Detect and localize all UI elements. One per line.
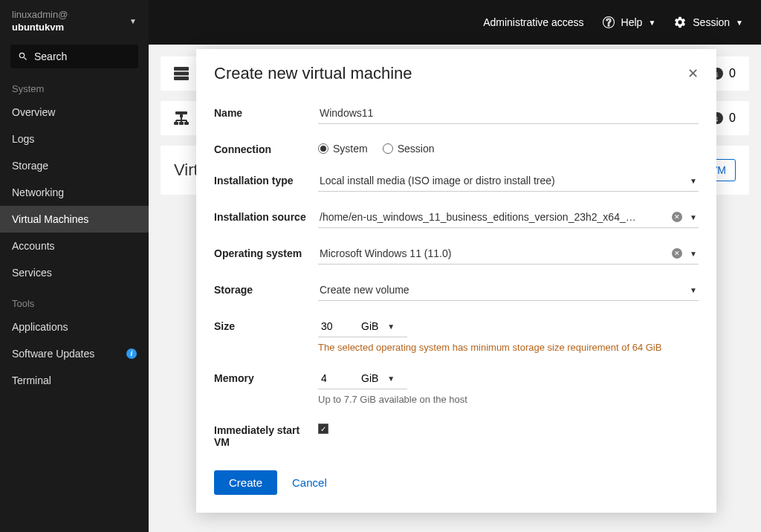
section-tools-label: Tools bbox=[0, 293, 149, 314]
topbar: Administrative access Help ▼ Session ▼ bbox=[149, 0, 761, 45]
sidebar-item-virtual-machines[interactable]: Virtual Machines bbox=[0, 206, 149, 233]
svg-rect-7 bbox=[184, 122, 189, 125]
create-button[interactable]: Create bbox=[214, 470, 277, 495]
size-input[interactable] bbox=[318, 316, 355, 337]
svg-rect-2 bbox=[174, 77, 189, 80]
svg-rect-1 bbox=[174, 72, 189, 76]
size-warning: The selected operating system has minimu… bbox=[318, 342, 699, 353]
storage-select[interactable]: Create new volume ▼ bbox=[318, 279, 699, 301]
svg-rect-6 bbox=[179, 122, 184, 125]
question-icon bbox=[602, 16, 615, 29]
gear-icon bbox=[673, 16, 687, 29]
svg-rect-4 bbox=[180, 114, 183, 117]
sidebar-item-accounts[interactable]: Accounts bbox=[0, 233, 149, 259]
section-system-label: System bbox=[0, 79, 149, 99]
host-selector[interactable]: linuxadmin@ ubuntukvm ▼ bbox=[0, 0, 149, 45]
install-source-select[interactable]: /home/en-us_windows_11_business_editions… bbox=[318, 207, 699, 228]
sidebar-item-overview[interactable]: Overview bbox=[0, 99, 149, 126]
memory-hint: Up to 7.7 GiB available on the host bbox=[318, 394, 699, 405]
chevron-down-icon: ▼ bbox=[129, 17, 137, 25]
close-icon: ✕ bbox=[687, 66, 699, 81]
search-button[interactable]: Search bbox=[10, 45, 138, 68]
sidebar-item-networking[interactable]: Networking bbox=[0, 179, 149, 206]
modal-title: Create new virtual machine bbox=[214, 64, 412, 83]
search-label: Search bbox=[34, 51, 67, 62]
search-icon bbox=[18, 51, 28, 62]
create-vm-modal: Create new virtual machine ✕ Name Connec… bbox=[196, 49, 716, 513]
chevron-down-icon: ▼ bbox=[648, 19, 655, 27]
sidebar-item-applications[interactable]: Applications bbox=[0, 314, 149, 340]
sidebar-item-services[interactable]: Services bbox=[0, 259, 149, 286]
stat-count: 0 bbox=[729, 111, 736, 125]
os-label: Operating system bbox=[214, 243, 318, 259]
size-label: Size bbox=[214, 316, 318, 332]
info-icon: i bbox=[126, 348, 137, 359]
sidebar-item-terminal[interactable]: Terminal bbox=[0, 367, 149, 394]
chevron-down-icon: ▼ bbox=[387, 374, 395, 383]
radio-checked-icon bbox=[318, 143, 328, 154]
install-type-select[interactable]: Local install media (ISO image or distro… bbox=[318, 170, 699, 192]
sidebar-item-software-updates[interactable]: Software Updates i bbox=[0, 340, 149, 367]
immediate-start-checkbox[interactable]: ✓ bbox=[318, 424, 328, 434]
os-select[interactable]: Microsoft Windows 11 (11.0) ✕ ▼ bbox=[318, 243, 699, 265]
host-name-label: linuxadmin@ ubuntukvm bbox=[12, 9, 68, 34]
memory-unit-select[interactable]: GiB ▼ bbox=[355, 368, 401, 389]
clear-icon[interactable]: ✕ bbox=[672, 212, 682, 222]
memory-input[interactable] bbox=[318, 368, 355, 389]
storage-label: Storage bbox=[214, 279, 318, 296]
server-icon bbox=[174, 67, 189, 80]
install-source-label: Installation source bbox=[214, 207, 318, 223]
svg-rect-3 bbox=[175, 111, 187, 114]
sidebar: linuxadmin@ ubuntukvm ▼ Search System Ov… bbox=[0, 0, 149, 532]
connection-system-radio[interactable]: System bbox=[318, 143, 368, 155]
name-label: Name bbox=[214, 103, 318, 119]
connection-label: Connection bbox=[214, 139, 318, 155]
svg-rect-0 bbox=[174, 67, 189, 71]
sidebar-item-logs[interactable]: Logs bbox=[0, 126, 149, 152]
chevron-down-icon: ▼ bbox=[387, 322, 395, 331]
chevron-down-icon: ▼ bbox=[690, 286, 697, 294]
page-title: Virt bbox=[174, 160, 198, 180]
cancel-button[interactable]: Cancel bbox=[292, 476, 327, 489]
chevron-down-icon: ▼ bbox=[690, 177, 697, 185]
admin-access-button[interactable]: Administrative access bbox=[483, 16, 583, 28]
memory-label: Memory bbox=[214, 368, 318, 384]
chevron-down-icon: ▼ bbox=[690, 250, 697, 258]
install-type-label: Installation type bbox=[214, 170, 318, 186]
stat-count: 0 bbox=[729, 67, 736, 80]
sidebar-item-storage[interactable]: Storage bbox=[0, 152, 149, 179]
svg-rect-5 bbox=[174, 122, 178, 125]
chevron-down-icon: ▼ bbox=[736, 19, 743, 27]
size-unit-select[interactable]: GiB ▼ bbox=[355, 316, 401, 337]
chevron-down-icon: ▼ bbox=[690, 213, 697, 221]
close-button[interactable]: ✕ bbox=[687, 65, 699, 82]
connection-session-radio[interactable]: Session bbox=[383, 143, 435, 155]
help-menu[interactable]: Help ▼ bbox=[602, 16, 656, 29]
network-icon bbox=[174, 111, 189, 125]
name-input[interactable] bbox=[318, 103, 699, 124]
immediate-label: Immediately start VM bbox=[214, 420, 318, 448]
session-menu[interactable]: Session ▼ bbox=[673, 16, 743, 29]
radio-unchecked-icon bbox=[383, 143, 393, 154]
clear-icon[interactable]: ✕ bbox=[672, 248, 682, 259]
